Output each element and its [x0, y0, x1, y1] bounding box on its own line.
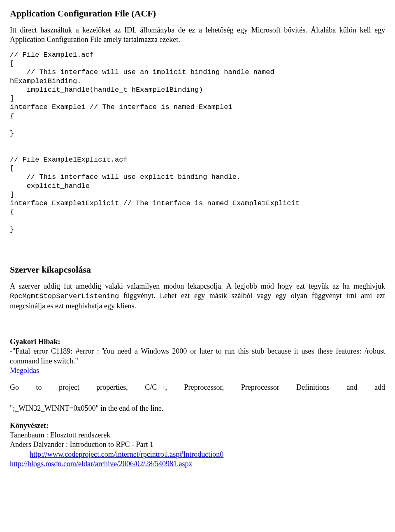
- reference-link-1[interactable]: http://www.codeproject.com/internet/rpci…: [30, 450, 223, 458]
- megoldas-label: Megoldas: [10, 366, 39, 375]
- solution-line2: ";_WIN32_WINNT=0x0500" in the end of the…: [10, 404, 385, 413]
- references-title: Könyvészet:: [10, 421, 49, 430]
- acf-code-block: // File Example1.acf [ // This interface…: [10, 51, 385, 234]
- errors-block: Gyakori Hibak: -"Fatal error C1189: #err…: [10, 337, 385, 376]
- acf-heading: Application Configuration File (ACF): [10, 8, 385, 19]
- solution-line1: Go to project properties, C/C++, Preproc…: [10, 383, 385, 402]
- reference-1: Tanenbaum : Elosztott rendszerek: [10, 431, 110, 439]
- rpc-function-name: RpcMgmtStopServerListening: [10, 292, 119, 300]
- acf-intro-paragraph: Itt direct használtuk a kezelőket az IDL…: [10, 25, 385, 45]
- reference-2: Anders Dalvander : Introduction to RPC -…: [10, 440, 153, 449]
- references-block: Könyvészet: Tanenbaum : Elosztott rendsz…: [10, 421, 385, 469]
- errors-title: Gyakori Hibak:: [10, 338, 60, 346]
- shutdown-heading: Szerver kikapcsolása: [10, 264, 385, 275]
- shutdown-text-a: A szerver addig fut ameddig valaki valam…: [10, 282, 385, 290]
- shutdown-paragraph: A szerver addig fut ameddig valaki valam…: [10, 282, 385, 311]
- reference-link-2[interactable]: http://blogs.msdn.com/eldar/archive/2006…: [10, 460, 192, 468]
- error-quote: "Fatal error C1189: #error : You need a …: [10, 347, 385, 365]
